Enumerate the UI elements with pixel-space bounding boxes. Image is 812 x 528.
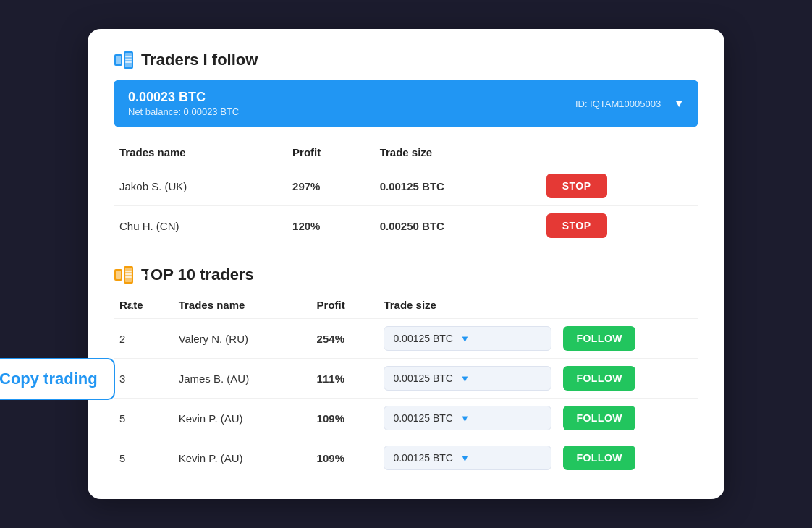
follow-action-cell: STOP [541,206,698,246]
dropdown-arrow-icon: ▼ [460,333,470,344]
stop-button[interactable]: STOP [546,174,607,198]
balance-net: Net balance: 0.00023 BTC [128,106,239,117]
top10-action-cell: FOLLOW [557,359,698,399]
top10-header: TOP 10 traders [114,265,698,284]
svg-rect-6 [125,61,132,63]
traders-follow-icon [114,51,134,69]
top10-profit: 254% [311,319,378,359]
follow-col-action [541,142,698,166]
top10-col-rate: Rate [114,294,173,319]
follow-button[interactable]: FOLLOW [563,366,635,391]
top10-profit: 111% [311,359,378,399]
top10-rate: 2 [114,319,173,359]
top10-trader-name: James B. (AU) [173,359,311,399]
balance-id: ID: IQTAM10005003 [575,98,661,109]
top10-col-action [557,294,698,319]
top10-size-cell: 0.00125 BTC ▼ [378,399,557,438]
main-card: Copy trading Traders I follow 0 [88,29,724,499]
trade-size-dropdown[interactable]: 0.00125 BTC ▼ [384,326,551,351]
trade-size-dropdown[interactable]: 0.00125 BTC ▼ [384,366,551,391]
top10-table-row: 5 Kevin P. (AU) 109% 0.00125 BTC ▼ FOLLO… [114,438,698,478]
top10-col-size: Trade size [378,294,557,319]
top10-rate: 3 [114,359,173,399]
dropdown-arrow-icon: ▼ [460,413,470,424]
trade-size-dropdown[interactable]: 0.00125 BTC ▼ [384,446,551,470]
balance-amount: 0.00023 BTC [128,90,239,105]
svg-rect-11 [125,271,132,272]
top10-action-cell: FOLLOW [557,319,698,359]
follow-trader-name: Jakob S. (UK) [114,166,287,206]
balance-dropdown-icon[interactable]: ▼ [674,98,684,109]
copy-trading-label: Copy trading [0,370,98,388]
top10-icon [114,265,134,284]
top10-table-row: 3 James B. (AU) 111% 0.00125 BTC ▼ FOLLO… [114,359,698,399]
follow-button[interactable]: FOLLOW [563,406,635,430]
top10-action-cell: FOLLOW [557,399,698,438]
svg-rect-4 [125,56,132,57]
balance-bar[interactable]: 0.00023 BTC Net balance: 0.00023 BTC ID:… [114,80,698,127]
screen-background: Copy trading Traders I follow 0 [0,0,812,528]
trade-size-value: 0.00125 BTC [393,412,453,424]
trade-size-value: 0.00125 BTC [393,333,453,344]
svg-rect-12 [125,273,132,275]
trade-size-value: 0.00125 BTC [393,452,453,464]
svg-rect-1 [116,56,121,64]
follow-col-name: Trades name [114,142,287,166]
top10-profit: 109% [311,438,378,478]
dropdown-arrow-icon: ▼ [460,373,470,384]
top10-size-cell: 0.00125 BTC ▼ [378,319,557,359]
top10-action-cell: FOLLOW [557,438,698,478]
trade-size-dropdown[interactable]: 0.00125 BTC ▼ [384,406,551,430]
top10-col-name: Trades name [173,294,311,319]
stop-button[interactable]: STOP [546,213,607,238]
dropdown-arrow-icon: ▼ [460,453,470,464]
top10-rate: 5 [114,399,173,438]
follow-profit: 297% [287,166,374,206]
top10-trader-name: Valery N. (RU) [173,319,311,359]
follow-trade-size: 0.00125 BTC [374,166,541,206]
balance-right: ID: IQTAM10005003 ▼ [575,98,684,109]
follow-table-row: Jakob S. (UK) 297% 0.00125 BTC STOP [114,166,698,206]
svg-rect-8 [116,271,121,279]
trade-size-value: 0.00125 BTC [393,372,453,384]
top10-trader-name: Kevin P. (AU) [173,399,311,438]
balance-left: 0.00023 BTC Net balance: 0.00023 BTC [128,90,239,117]
svg-rect-5 [125,59,132,60]
follow-table-row: Chu H. (CN) 120% 0.00250 BTC STOP [114,206,698,246]
traders-follow-title: Traders I follow [141,51,258,69]
follow-trade-size: 0.00250 BTC [374,206,541,246]
top10-profit: 109% [311,399,378,438]
follow-action-cell: STOP [541,166,698,206]
top10-trader-name: Kevin P. (AU) [173,438,311,478]
top10-col-profit: Profit [311,294,378,319]
svg-rect-13 [125,276,132,278]
top10-size-cell: 0.00125 BTC ▼ [378,438,557,478]
follow-button[interactable]: FOLLOW [563,326,635,351]
top10-table-row: 5 Kevin P. (AU) 109% 0.00125 BTC ▼ FOLLO… [114,399,698,438]
follow-button[interactable]: FOLLOW [563,446,635,470]
top10-size-cell: 0.00125 BTC ▼ [378,359,557,399]
top10-rate: 5 [114,438,173,478]
top10-table: Rate Trades name Profit Trade size 2 Val… [114,294,698,477]
top10-title: TOP 10 traders [141,265,254,284]
follow-trader-name: Chu H. (CN) [114,206,287,246]
traders-follow-header: Traders I follow [114,51,698,69]
follow-col-size: Trade size [374,142,541,166]
follow-col-profit: Profit [287,142,374,166]
follow-profit: 120% [287,206,374,246]
follow-table: Trades name Profit Trade size Jakob S. (… [114,142,698,245]
top10-table-row: 2 Valery N. (RU) 254% 0.00125 BTC ▼ FOLL… [114,319,698,359]
copy-trading-tooltip[interactable]: Copy trading [0,358,115,400]
